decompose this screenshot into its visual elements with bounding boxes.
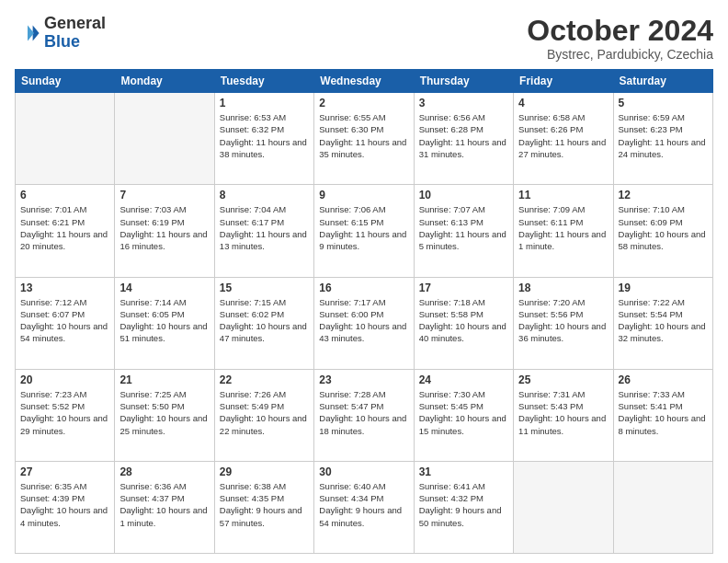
logo-icon (15, 20, 40, 46)
calendar-week: 6Sunrise: 7:01 AM Sunset: 6:21 PM Daylig… (16, 185, 713, 277)
day-info: Sunrise: 6:40 AM Sunset: 4:34 PM Dayligh… (319, 480, 408, 529)
weekday-header: Thursday (414, 70, 513, 93)
day-number: 26 (619, 373, 708, 386)
day-number: 30 (319, 465, 408, 478)
day-number: 11 (518, 189, 608, 201)
page: General Blue October 2024 Bystrec, Pardu… (0, 0, 728, 563)
calendar-cell: 21Sunrise: 7:25 AM Sunset: 5:50 PM Dayli… (115, 369, 214, 461)
calendar-cell: 20Sunrise: 7:23 AM Sunset: 5:52 PM Dayli… (16, 369, 115, 461)
calendar-cell: 6Sunrise: 7:01 AM Sunset: 6:21 PM Daylig… (16, 185, 115, 277)
day-info: Sunrise: 7:03 AM Sunset: 6:19 PM Dayligh… (119, 203, 209, 252)
day-number: 16 (319, 282, 408, 294)
day-number: 25 (518, 373, 608, 386)
day-number: 7 (119, 189, 209, 201)
day-number: 3 (419, 97, 508, 109)
calendar-cell: 4Sunrise: 6:58 AM Sunset: 6:26 PM Daylig… (514, 93, 613, 185)
calendar-cell: 31Sunrise: 6:41 AM Sunset: 4:32 PM Dayli… (414, 461, 513, 553)
day-number: 18 (518, 282, 608, 294)
calendar-cell: 18Sunrise: 7:20 AM Sunset: 5:56 PM Dayli… (514, 277, 613, 369)
day-number: 20 (20, 373, 109, 386)
calendar-cell: 14Sunrise: 7:14 AM Sunset: 6:05 PM Dayli… (115, 277, 214, 369)
day-info: Sunrise: 7:12 AM Sunset: 6:07 PM Dayligh… (20, 296, 109, 345)
day-number: 15 (220, 282, 309, 294)
calendar-cell: 13Sunrise: 7:12 AM Sunset: 6:07 PM Dayli… (16, 277, 115, 369)
calendar-cell: 15Sunrise: 7:15 AM Sunset: 6:02 PM Dayli… (214, 277, 313, 369)
weekday-header: Tuesday (214, 70, 313, 93)
day-info: Sunrise: 6:59 AM Sunset: 6:23 PM Dayligh… (619, 111, 708, 160)
calendar-cell: 2Sunrise: 6:55 AM Sunset: 6:30 PM Daylig… (314, 93, 414, 185)
day-number: 10 (419, 189, 508, 201)
calendar-cell: 29Sunrise: 6:38 AM Sunset: 4:35 PM Dayli… (214, 461, 313, 553)
day-info: Sunrise: 6:55 AM Sunset: 6:30 PM Dayligh… (319, 111, 408, 160)
calendar-cell: 9Sunrise: 7:06 AM Sunset: 6:15 PM Daylig… (314, 185, 414, 277)
day-info: Sunrise: 6:35 AM Sunset: 4:39 PM Dayligh… (20, 480, 109, 529)
month-title: October 2024 (527, 15, 713, 47)
weekday-header: Wednesday (314, 70, 414, 93)
calendar-header: SundayMondayTuesdayWednesdayThursdayFrid… (16, 70, 713, 93)
calendar-cell: 28Sunrise: 6:36 AM Sunset: 4:37 PM Dayli… (115, 461, 214, 553)
day-number: 19 (619, 282, 708, 294)
day-info: Sunrise: 7:23 AM Sunset: 5:52 PM Dayligh… (20, 388, 109, 437)
day-number: 2 (319, 97, 408, 109)
day-info: Sunrise: 7:33 AM Sunset: 5:41 PM Dayligh… (619, 388, 708, 437)
calendar-cell (613, 461, 712, 553)
day-number: 9 (319, 189, 408, 201)
weekday-header: Monday (115, 70, 214, 93)
calendar-cell: 16Sunrise: 7:17 AM Sunset: 6:00 PM Dayli… (314, 277, 414, 369)
day-info: Sunrise: 6:53 AM Sunset: 6:32 PM Dayligh… (220, 111, 309, 160)
day-info: Sunrise: 6:38 AM Sunset: 4:35 PM Dayligh… (220, 480, 309, 529)
day-info: Sunrise: 7:04 AM Sunset: 6:17 PM Dayligh… (220, 203, 309, 252)
weekday-header: Sunday (16, 70, 115, 93)
calendar-week: 20Sunrise: 7:23 AM Sunset: 5:52 PM Dayli… (16, 369, 713, 461)
calendar-week: 1Sunrise: 6:53 AM Sunset: 6:32 PM Daylig… (16, 93, 713, 185)
day-info: Sunrise: 7:22 AM Sunset: 5:54 PM Dayligh… (619, 296, 708, 345)
day-info: Sunrise: 7:17 AM Sunset: 6:00 PM Dayligh… (319, 296, 408, 345)
logo-text: General Blue (44, 15, 106, 52)
calendar-cell: 7Sunrise: 7:03 AM Sunset: 6:19 PM Daylig… (115, 185, 214, 277)
day-info: Sunrise: 6:56 AM Sunset: 6:28 PM Dayligh… (419, 111, 508, 160)
day-info: Sunrise: 6:58 AM Sunset: 6:26 PM Dayligh… (518, 111, 608, 160)
calendar-cell: 3Sunrise: 6:56 AM Sunset: 6:28 PM Daylig… (414, 93, 513, 185)
calendar-cell: 12Sunrise: 7:10 AM Sunset: 6:09 PM Dayli… (613, 185, 712, 277)
calendar-cell: 25Sunrise: 7:31 AM Sunset: 5:43 PM Dayli… (514, 369, 613, 461)
day-info: Sunrise: 7:06 AM Sunset: 6:15 PM Dayligh… (319, 203, 408, 252)
calendar-cell: 24Sunrise: 7:30 AM Sunset: 5:45 PM Dayli… (414, 369, 513, 461)
day-info: Sunrise: 6:41 AM Sunset: 4:32 PM Dayligh… (419, 480, 508, 529)
calendar-cell (16, 93, 115, 185)
logo-blue: Blue (44, 32, 80, 51)
calendar-cell: 10Sunrise: 7:07 AM Sunset: 6:13 PM Dayli… (414, 185, 513, 277)
weekday-row: SundayMondayTuesdayWednesdayThursdayFrid… (16, 70, 713, 93)
day-number: 22 (220, 373, 309, 386)
day-number: 12 (619, 189, 708, 201)
day-info: Sunrise: 7:31 AM Sunset: 5:43 PM Dayligh… (518, 388, 608, 437)
day-number: 6 (20, 189, 109, 201)
calendar-cell (115, 93, 214, 185)
day-number: 27 (20, 465, 109, 478)
calendar-cell (514, 461, 613, 553)
header: General Blue October 2024 Bystrec, Pardu… (15, 15, 713, 62)
calendar-cell: 11Sunrise: 7:09 AM Sunset: 6:11 PM Dayli… (514, 185, 613, 277)
day-number: 24 (419, 373, 508, 386)
day-info: Sunrise: 7:07 AM Sunset: 6:13 PM Dayligh… (419, 203, 508, 252)
logo-general: General (44, 14, 106, 32)
calendar-cell: 26Sunrise: 7:33 AM Sunset: 5:41 PM Dayli… (613, 369, 712, 461)
calendar-cell: 30Sunrise: 6:40 AM Sunset: 4:34 PM Dayli… (314, 461, 414, 553)
calendar-cell: 27Sunrise: 6:35 AM Sunset: 4:39 PM Dayli… (16, 461, 115, 553)
title-block: October 2024 Bystrec, Pardubicky, Czechi… (527, 15, 713, 62)
day-info: Sunrise: 7:10 AM Sunset: 6:09 PM Dayligh… (619, 203, 708, 252)
weekday-header: Saturday (613, 70, 712, 93)
logo: General Blue (15, 15, 106, 52)
calendar: SundayMondayTuesdayWednesdayThursdayFrid… (15, 69, 713, 554)
calendar-cell: 1Sunrise: 6:53 AM Sunset: 6:32 PM Daylig… (214, 93, 313, 185)
day-info: Sunrise: 7:01 AM Sunset: 6:21 PM Dayligh… (20, 203, 109, 252)
day-number: 23 (319, 373, 408, 386)
day-info: Sunrise: 7:09 AM Sunset: 6:11 PM Dayligh… (518, 203, 608, 252)
day-number: 28 (119, 465, 209, 478)
calendar-cell: 22Sunrise: 7:26 AM Sunset: 5:49 PM Dayli… (214, 369, 313, 461)
day-number: 21 (119, 373, 209, 386)
calendar-week: 27Sunrise: 6:35 AM Sunset: 4:39 PM Dayli… (16, 461, 713, 553)
day-info: Sunrise: 7:14 AM Sunset: 6:05 PM Dayligh… (119, 296, 209, 345)
day-number: 8 (220, 189, 309, 201)
day-number: 5 (619, 97, 708, 109)
day-number: 29 (220, 465, 309, 478)
